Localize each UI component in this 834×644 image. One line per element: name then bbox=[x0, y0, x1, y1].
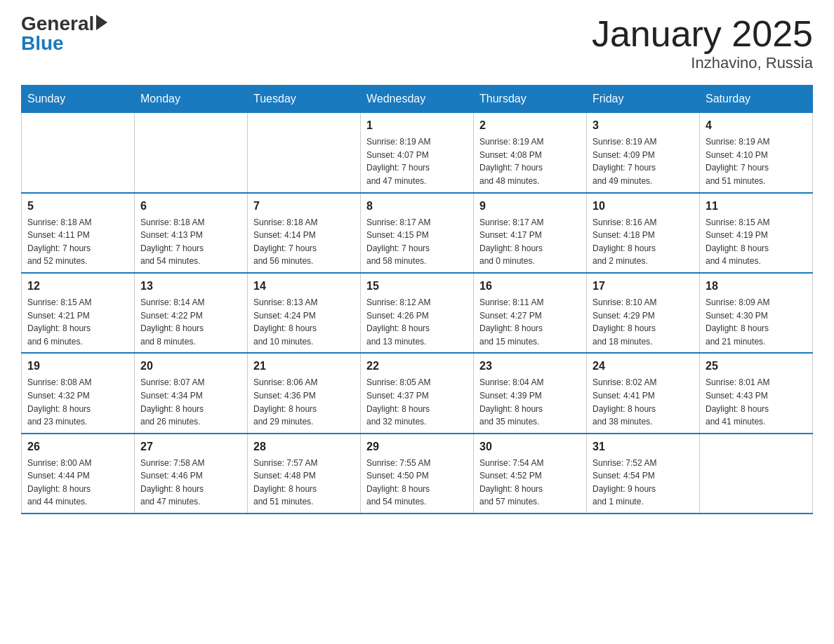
calendar-cell bbox=[22, 113, 135, 193]
day-number: 24 bbox=[593, 358, 694, 375]
calendar-cell: 15Sunrise: 8:12 AMSunset: 4:26 PMDayligh… bbox=[361, 273, 474, 353]
day-info: Sunrise: 8:12 AMSunset: 4:26 PMDaylight:… bbox=[366, 296, 468, 348]
day-number: 5 bbox=[27, 198, 128, 215]
day-number: 26 bbox=[27, 438, 128, 455]
calendar-cell: 29Sunrise: 7:55 AMSunset: 4:50 PMDayligh… bbox=[361, 434, 474, 514]
header-row: Sunday Monday Tuesday Wednesday Thursday… bbox=[22, 86, 813, 113]
calendar-week-4: 19Sunrise: 8:08 AMSunset: 4:32 PMDayligh… bbox=[22, 353, 813, 433]
col-tuesday: Tuesday bbox=[248, 86, 361, 113]
day-number: 15 bbox=[366, 278, 468, 295]
day-info: Sunrise: 8:06 AMSunset: 4:36 PMDaylight:… bbox=[253, 376, 355, 428]
day-info: Sunrise: 8:11 AMSunset: 4:27 PMDaylight:… bbox=[479, 296, 581, 348]
day-number: 23 bbox=[479, 358, 581, 375]
day-info: Sunrise: 8:18 AMSunset: 4:11 PMDaylight:… bbox=[27, 216, 128, 268]
calendar-week-1: 1Sunrise: 8:19 AMSunset: 4:07 PMDaylight… bbox=[22, 113, 813, 193]
day-number: 18 bbox=[706, 278, 807, 295]
day-info: Sunrise: 8:15 AMSunset: 4:19 PMDaylight:… bbox=[706, 216, 807, 268]
calendar-cell: 2Sunrise: 8:19 AMSunset: 4:08 PMDaylight… bbox=[474, 113, 587, 193]
calendar-cell: 7Sunrise: 8:18 AMSunset: 4:14 PMDaylight… bbox=[248, 193, 361, 273]
calendar-cell: 28Sunrise: 7:57 AMSunset: 4:48 PMDayligh… bbox=[248, 434, 361, 514]
day-number: 12 bbox=[27, 278, 128, 295]
day-info: Sunrise: 7:52 AMSunset: 4:54 PMDaylight:… bbox=[593, 457, 694, 509]
day-number: 19 bbox=[27, 358, 128, 375]
day-info: Sunrise: 8:19 AMSunset: 4:07 PMDaylight:… bbox=[366, 135, 468, 187]
day-info: Sunrise: 8:13 AMSunset: 4:24 PMDaylight:… bbox=[253, 296, 355, 348]
col-saturday: Saturday bbox=[700, 86, 813, 113]
logo-arrow-icon bbox=[96, 15, 107, 30]
calendar-cell: 13Sunrise: 8:14 AMSunset: 4:22 PMDayligh… bbox=[135, 273, 248, 353]
title-block: January 2025 Inzhavino, Russia bbox=[592, 14, 813, 72]
day-info: Sunrise: 8:08 AMSunset: 4:32 PMDaylight:… bbox=[27, 376, 128, 428]
day-number: 25 bbox=[706, 358, 807, 375]
day-info: Sunrise: 8:14 AMSunset: 4:22 PMDaylight:… bbox=[140, 296, 241, 348]
calendar-cell: 10Sunrise: 8:16 AMSunset: 4:18 PMDayligh… bbox=[587, 193, 700, 273]
calendar-week-3: 12Sunrise: 8:15 AMSunset: 4:21 PMDayligh… bbox=[22, 273, 813, 353]
calendar-cell: 4Sunrise: 8:19 AMSunset: 4:10 PMDaylight… bbox=[700, 113, 813, 193]
calendar-cell: 30Sunrise: 7:54 AMSunset: 4:52 PMDayligh… bbox=[474, 434, 587, 514]
day-number: 1 bbox=[366, 117, 468, 134]
day-number: 14 bbox=[253, 278, 355, 295]
calendar-cell: 18Sunrise: 8:09 AMSunset: 4:30 PMDayligh… bbox=[700, 273, 813, 353]
col-thursday: Thursday bbox=[474, 86, 587, 113]
calendar-cell: 17Sunrise: 8:10 AMSunset: 4:29 PMDayligh… bbox=[587, 273, 700, 353]
col-wednesday: Wednesday bbox=[361, 86, 474, 113]
day-info: Sunrise: 8:09 AMSunset: 4:30 PMDaylight:… bbox=[706, 296, 807, 348]
day-info: Sunrise: 8:19 AMSunset: 4:08 PMDaylight:… bbox=[479, 135, 581, 187]
month-title: January 2025 bbox=[592, 14, 813, 54]
calendar-cell: 9Sunrise: 8:17 AMSunset: 4:17 PMDaylight… bbox=[474, 193, 587, 273]
day-number: 22 bbox=[366, 358, 468, 375]
col-sunday: Sunday bbox=[22, 86, 135, 113]
calendar-cell: 25Sunrise: 8:01 AMSunset: 4:43 PMDayligh… bbox=[700, 353, 813, 433]
day-info: Sunrise: 8:00 AMSunset: 4:44 PMDaylight:… bbox=[27, 457, 128, 509]
calendar-cell: 20Sunrise: 8:07 AMSunset: 4:34 PMDayligh… bbox=[135, 353, 248, 433]
calendar-cell: 21Sunrise: 8:06 AMSunset: 4:36 PMDayligh… bbox=[248, 353, 361, 433]
day-info: Sunrise: 8:02 AMSunset: 4:41 PMDaylight:… bbox=[593, 376, 694, 428]
logo-blue-text: Blue bbox=[21, 34, 64, 53]
calendar-cell: 6Sunrise: 8:18 AMSunset: 4:13 PMDaylight… bbox=[135, 193, 248, 273]
day-info: Sunrise: 7:58 AMSunset: 4:46 PMDaylight:… bbox=[140, 457, 241, 509]
calendar-cell: 19Sunrise: 8:08 AMSunset: 4:32 PMDayligh… bbox=[22, 353, 135, 433]
calendar-cell: 27Sunrise: 7:58 AMSunset: 4:46 PMDayligh… bbox=[135, 434, 248, 514]
page-header: General Blue January 2025 Inzhavino, Rus… bbox=[21, 14, 813, 72]
calendar-cell bbox=[248, 113, 361, 193]
calendar-cell: 16Sunrise: 8:11 AMSunset: 4:27 PMDayligh… bbox=[474, 273, 587, 353]
day-number: 4 bbox=[706, 117, 807, 134]
calendar-cell: 5Sunrise: 8:18 AMSunset: 4:11 PMDaylight… bbox=[22, 193, 135, 273]
day-info: Sunrise: 8:07 AMSunset: 4:34 PMDaylight:… bbox=[140, 376, 241, 428]
day-info: Sunrise: 8:17 AMSunset: 4:15 PMDaylight:… bbox=[366, 216, 468, 268]
calendar-cell: 12Sunrise: 8:15 AMSunset: 4:21 PMDayligh… bbox=[22, 273, 135, 353]
calendar-cell: 11Sunrise: 8:15 AMSunset: 4:19 PMDayligh… bbox=[700, 193, 813, 273]
calendar-cell: 14Sunrise: 8:13 AMSunset: 4:24 PMDayligh… bbox=[248, 273, 361, 353]
day-number: 11 bbox=[706, 198, 807, 215]
day-info: Sunrise: 8:10 AMSunset: 4:29 PMDaylight:… bbox=[593, 296, 694, 348]
day-number: 2 bbox=[479, 117, 581, 134]
day-number: 6 bbox=[140, 198, 241, 215]
day-number: 8 bbox=[366, 198, 468, 215]
calendar-cell bbox=[700, 434, 813, 514]
day-number: 30 bbox=[479, 438, 581, 455]
calendar-cell: 24Sunrise: 8:02 AMSunset: 4:41 PMDayligh… bbox=[587, 353, 700, 433]
calendar-week-2: 5Sunrise: 8:18 AMSunset: 4:11 PMDaylight… bbox=[22, 193, 813, 273]
day-number: 21 bbox=[253, 358, 355, 375]
day-number: 16 bbox=[479, 278, 581, 295]
day-info: Sunrise: 8:16 AMSunset: 4:18 PMDaylight:… bbox=[593, 216, 694, 268]
calendar-cell: 1Sunrise: 8:19 AMSunset: 4:07 PMDaylight… bbox=[361, 113, 474, 193]
day-info: Sunrise: 8:18 AMSunset: 4:13 PMDaylight:… bbox=[140, 216, 241, 268]
day-info: Sunrise: 8:18 AMSunset: 4:14 PMDaylight:… bbox=[253, 216, 355, 268]
calendar-cell: 31Sunrise: 7:52 AMSunset: 4:54 PMDayligh… bbox=[587, 434, 700, 514]
calendar-cell: 8Sunrise: 8:17 AMSunset: 4:15 PMDaylight… bbox=[361, 193, 474, 273]
calendar-cell: 23Sunrise: 8:04 AMSunset: 4:39 PMDayligh… bbox=[474, 353, 587, 433]
day-info: Sunrise: 8:17 AMSunset: 4:17 PMDaylight:… bbox=[479, 216, 581, 268]
day-info: Sunrise: 8:05 AMSunset: 4:37 PMDaylight:… bbox=[366, 376, 468, 428]
day-info: Sunrise: 7:54 AMSunset: 4:52 PMDaylight:… bbox=[479, 457, 581, 509]
calendar-cell: 26Sunrise: 8:00 AMSunset: 4:44 PMDayligh… bbox=[22, 434, 135, 514]
day-number: 29 bbox=[366, 438, 468, 455]
day-number: 3 bbox=[593, 117, 694, 134]
calendar-cell: 3Sunrise: 8:19 AMSunset: 4:09 PMDaylight… bbox=[587, 113, 700, 193]
day-info: Sunrise: 7:55 AMSunset: 4:50 PMDaylight:… bbox=[366, 457, 468, 509]
calendar-header: Sunday Monday Tuesday Wednesday Thursday… bbox=[22, 86, 813, 113]
calendar-body: 1Sunrise: 8:19 AMSunset: 4:07 PMDaylight… bbox=[22, 113, 813, 514]
day-number: 10 bbox=[593, 198, 694, 215]
calendar-table: Sunday Monday Tuesday Wednesday Thursday… bbox=[21, 85, 813, 514]
day-number: 20 bbox=[140, 358, 241, 375]
